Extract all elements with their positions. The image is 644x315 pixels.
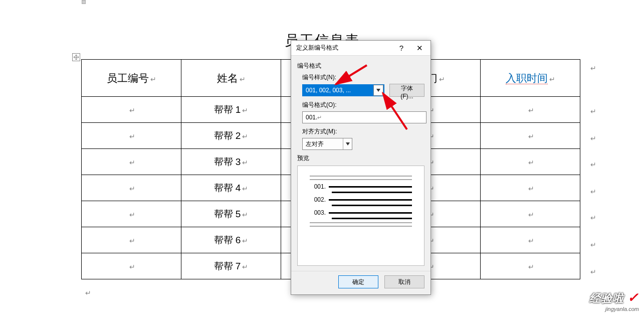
number-style-value: 001, 002, 003, ... (303, 87, 373, 94)
dialog-titlebar[interactable]: 定义新编号格式 ? ✕ (291, 41, 431, 56)
font-button[interactable]: 字体(F)... (389, 84, 424, 97)
header-cell: 员工编号↵ (82, 60, 181, 97)
table-move-handle[interactable] (72, 53, 80, 61)
group-label-number-format: 编号格式 (297, 62, 424, 70)
alignment-select[interactable]: 左对齐 (302, 138, 352, 150)
number-style-select[interactable]: 001, 002, 003, ... (302, 84, 384, 96)
group-label-preview: 预览 (297, 154, 424, 163)
paragraph-mark: ↵ (590, 134, 596, 142)
paragraph-mark: ↵ (590, 161, 596, 169)
watermark: 经验啦 ✓ jingyanla.com (589, 290, 639, 312)
paragraph-mark: ↵ (85, 289, 91, 297)
header-cell: 入职时间↵ (481, 60, 580, 97)
paragraph-mark: ↵ (549, 75, 555, 83)
paragraph-mark: ↵ (590, 107, 596, 115)
ruler-margin-marker (82, 0, 86, 4)
label-alignment: 对齐方式(M): (302, 127, 424, 136)
paragraph-mark: ↵ (590, 214, 596, 222)
paragraph-mark: ↵ (590, 241, 596, 249)
paragraph-mark: ↵ (590, 268, 596, 276)
alignment-value: 左对齐 (303, 140, 343, 148)
ok-button[interactable]: 确定 (338, 275, 378, 288)
number-format-input[interactable]: 001.↵ (302, 111, 426, 123)
dropdown-arrow-icon[interactable] (373, 85, 383, 96)
paragraph-mark: ↵ (590, 64, 596, 72)
paragraph-mark: ↵ (150, 75, 156, 83)
dialog-title: 定义新编号格式 (296, 44, 392, 52)
dropdown-arrow-icon[interactable] (343, 138, 352, 149)
cancel-button[interactable]: 取消 (384, 275, 424, 288)
paragraph-mark: ↵ (240, 75, 246, 83)
paragraph-mark: ↵ (590, 188, 596, 196)
preview-area: 001. 002. 003. (297, 166, 424, 266)
header-cell: 姓名↵ (181, 60, 281, 97)
help-button[interactable]: ? (392, 41, 410, 55)
paragraph-mark: ↵ (439, 75, 445, 83)
define-number-format-dialog: 定义新编号格式 ? ✕ 编号格式 编号样式(N): 001, 002, 003,… (291, 40, 431, 295)
label-number-format: 编号格式(O): (302, 101, 424, 109)
label-number-style: 编号样式(N): (302, 73, 424, 82)
close-button[interactable]: ✕ (410, 41, 428, 55)
